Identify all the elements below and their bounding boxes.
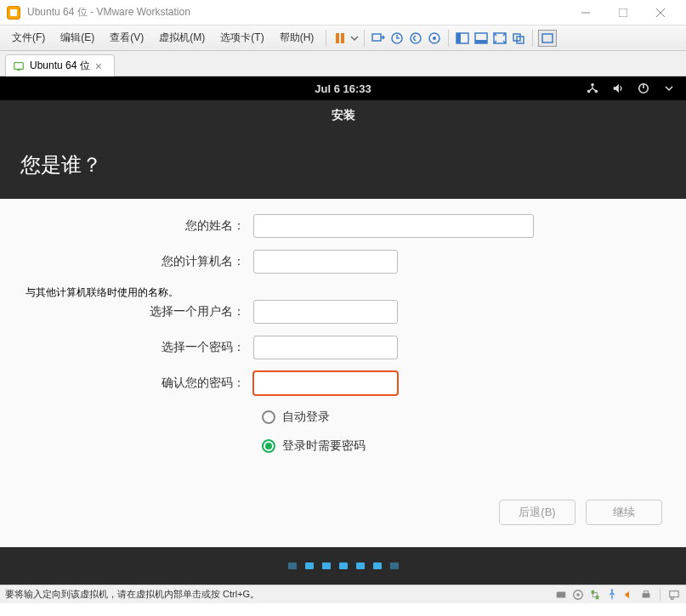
ubuntu-topbar: Jul 6 16:33 bbox=[0, 76, 686, 100]
toolbar-separator bbox=[532, 30, 533, 47]
menu-view[interactable]: 查看(V) bbox=[103, 27, 150, 48]
installer-header-text: 您是谁？ bbox=[20, 151, 102, 178]
svg-point-28 bbox=[576, 593, 580, 596]
radio-auto-label: 自动登录 bbox=[282, 410, 330, 425]
svg-point-21 bbox=[591, 83, 594, 87]
tabbar: Ubuntu 64 位 × bbox=[0, 51, 686, 76]
svg-rect-32 bbox=[643, 593, 650, 597]
power-icon[interactable] bbox=[637, 82, 650, 95]
radio-require-password[interactable]: 登录时需要密码 bbox=[262, 436, 660, 456]
cdrom-icon[interactable] bbox=[571, 588, 585, 602]
svg-rect-26 bbox=[557, 591, 566, 597]
svg-point-31 bbox=[611, 589, 614, 591]
radio-require-label: 登录时需要密码 bbox=[282, 438, 366, 454]
layout1-icon[interactable] bbox=[454, 30, 471, 47]
ubuntu-indicators bbox=[586, 82, 676, 95]
sound-status-icon[interactable] bbox=[622, 588, 636, 602]
progress-dot bbox=[356, 562, 365, 569]
progress-dot bbox=[322, 562, 331, 569]
dropdown-icon[interactable] bbox=[350, 30, 359, 47]
radio-icon bbox=[262, 410, 275, 424]
snapshot-manager-icon[interactable] bbox=[426, 30, 443, 47]
label-name: 您的姓名： bbox=[26, 218, 253, 234]
label-username: 选择一个用户名： bbox=[26, 304, 253, 319]
svg-rect-5 bbox=[341, 33, 344, 43]
snapshot-revert-icon[interactable] bbox=[407, 30, 424, 47]
menu-edit[interactable]: 编辑(E) bbox=[54, 27, 101, 48]
snapshot-icon[interactable] bbox=[388, 30, 405, 47]
window-titlebar: Ubuntu 64 位 - VMware Workstation bbox=[0, 0, 686, 25]
layout2-icon[interactable] bbox=[473, 30, 490, 47]
confirm-password-input[interactable] bbox=[253, 371, 398, 395]
chevron-down-icon[interactable] bbox=[662, 82, 676, 95]
close-button[interactable] bbox=[642, 1, 679, 25]
pause-icon[interactable] bbox=[332, 30, 349, 47]
ubuntu-datetime[interactable]: Jul 6 16:33 bbox=[315, 82, 371, 95]
radio-auto-login[interactable]: 自动登录 bbox=[262, 407, 660, 427]
svg-rect-14 bbox=[475, 40, 487, 43]
vmware-app-icon bbox=[7, 6, 20, 20]
label-hostname: 您的计算机名： bbox=[26, 254, 253, 269]
back-button[interactable]: 后退(B) bbox=[499, 500, 575, 525]
password-input[interactable] bbox=[253, 336, 398, 359]
maximize-button[interactable] bbox=[604, 1, 642, 25]
progress-dot bbox=[305, 562, 314, 569]
progress-dot bbox=[288, 562, 297, 569]
svg-rect-34 bbox=[670, 591, 679, 596]
disk-icon[interactable] bbox=[554, 588, 568, 602]
progress-dot bbox=[339, 562, 348, 569]
usb-icon[interactable] bbox=[605, 588, 619, 602]
hostname-help: 与其他计算机联络时使用的名称。 bbox=[26, 285, 660, 300]
window-controls bbox=[567, 1, 679, 25]
installer-title: 安装 bbox=[0, 100, 686, 131]
continue-button[interactable]: 继续 bbox=[586, 500, 662, 525]
label-password: 选择一个密码： bbox=[26, 340, 253, 355]
svg-rect-1 bbox=[619, 8, 627, 17]
username-input[interactable] bbox=[253, 300, 398, 324]
menu-file[interactable]: 文件(F) bbox=[5, 27, 52, 48]
menu-vm[interactable]: 虚拟机(M) bbox=[152, 27, 212, 48]
network-icon[interactable] bbox=[586, 82, 599, 95]
svg-rect-33 bbox=[643, 591, 648, 593]
button-row: 后退(B) 继续 bbox=[499, 500, 662, 525]
installer-title-text: 安装 bbox=[332, 108, 355, 123]
progress-dot bbox=[390, 562, 399, 569]
status-icons bbox=[554, 588, 681, 602]
radio-icon-selected bbox=[262, 439, 275, 453]
installer-header: 您是谁？ bbox=[0, 131, 686, 199]
name-input[interactable] bbox=[253, 214, 534, 238]
svg-rect-35 bbox=[672, 596, 674, 599]
vm-display[interactable]: Jul 6 16:33 安装 您是谁？ 您的姓名： 您的计算机名： 与其他计算机… bbox=[0, 76, 686, 585]
hostname-input[interactable] bbox=[253, 250, 398, 274]
menu-tabs[interactable]: 选项卡(T) bbox=[213, 27, 270, 48]
vm-tab-icon bbox=[13, 60, 25, 72]
minimize-button[interactable] bbox=[567, 1, 604, 25]
tab-label: Ubuntu 64 位 bbox=[30, 59, 90, 73]
menu-help[interactable]: 帮助(H) bbox=[273, 27, 321, 48]
volume-icon[interactable] bbox=[611, 82, 625, 95]
svg-point-8 bbox=[411, 33, 421, 43]
status-separator bbox=[660, 589, 660, 601]
network-status-icon[interactable] bbox=[588, 588, 602, 602]
label-confirm: 确认您的密码： bbox=[26, 376, 253, 391]
svg-rect-6 bbox=[372, 34, 381, 41]
tab-close-icon[interactable]: × bbox=[95, 60, 107, 72]
progress-dots bbox=[0, 547, 686, 585]
send-icon[interactable] bbox=[370, 30, 387, 47]
menubar: 文件(F) 编辑(E) 查看(V) 虚拟机(M) 选项卡(T) 帮助(H) bbox=[0, 25, 686, 51]
svg-rect-12 bbox=[456, 33, 461, 43]
progress-dot bbox=[373, 562, 382, 569]
toolbar-separator bbox=[326, 30, 326, 47]
svg-rect-4 bbox=[336, 33, 339, 43]
svg-rect-18 bbox=[542, 34, 553, 42]
printer-icon[interactable] bbox=[639, 588, 653, 602]
console-view-icon[interactable] bbox=[538, 30, 557, 47]
statusbar: 要将输入定向到该虚拟机，请在虚拟机内部单击或按 Ctrl+G。 bbox=[0, 585, 686, 603]
toolbar-separator bbox=[364, 30, 365, 47]
unity-icon[interactable] bbox=[510, 30, 527, 47]
fullscreen-icon[interactable] bbox=[491, 30, 508, 47]
toolbar-separator bbox=[448, 30, 449, 47]
messages-icon[interactable] bbox=[667, 588, 681, 602]
tab-ubuntu[interactable]: Ubuntu 64 位 × bbox=[5, 54, 115, 76]
svg-rect-20 bbox=[17, 69, 20, 71]
